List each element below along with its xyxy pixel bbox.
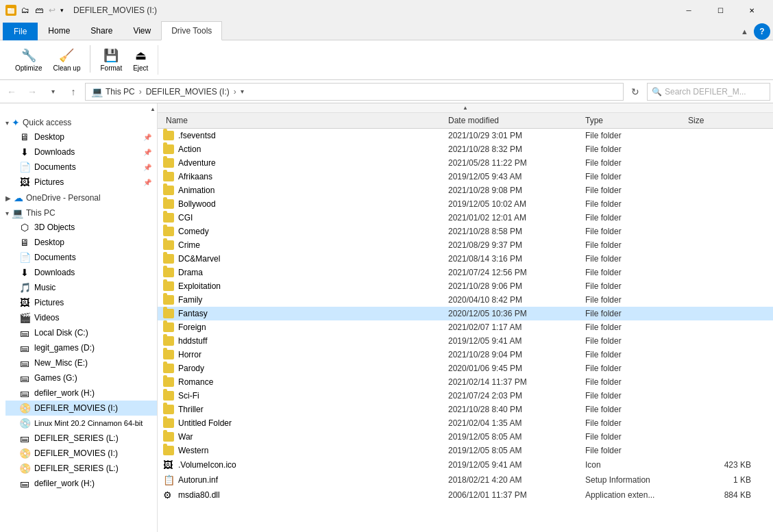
sidebar-header-quick-access[interactable]: ▾ ✦ Quick access [0,114,157,129]
sidebar-item-defiler-movies-i[interactable]: 📀 DEFILER_MOVIES (I:) [5,401,157,416]
table-row[interactable]: Untitled Folder 2021/02/04 1:35 AM File … [158,416,773,430]
refresh-button[interactable]: ↻ [626,83,644,101]
sidebar-item-music[interactable]: 🎵 Music [5,280,157,295]
sidebar-item-linux-mint[interactable]: 💿 Linux Mint 20.2 Cinnamon 64-bit [5,416,157,431]
app-icon [5,5,16,16]
sidebar-item-downloads-pc[interactable]: ⬇ Downloads [5,265,157,280]
minimize-button[interactable]: ─ [673,0,704,21]
qat-properties-btn[interactable]: 🗂 [19,4,32,16]
sidebar-item-desktop-pc[interactable]: 🖥 Desktop [5,235,157,250]
address-dropdown-arrow[interactable]: ▾ [241,88,244,95]
ribbon-eject-btn[interactable]: ⏏ Eject [129,45,152,75]
sidebar-item-desktop-quick[interactable]: 🖥 Desktop 📌 [5,129,157,144]
ribbon-collapse-btn[interactable]: ▲ [738,26,751,37]
table-row[interactable]: Horror 2021/10/28 9:04 PM File folder [158,348,773,362]
inf-file-icon: 📋 [163,474,174,485]
recent-locations-button[interactable]: ▾ [44,83,62,101]
folder-icon [163,144,174,154]
table-row[interactable]: Afrikaans 2019/12/05 9:43 AM File folder [158,170,773,183]
sidebar-item-3dobjects[interactable]: ⬡ 3D Objects [5,220,157,235]
sidebar-item-defiler-series-l[interactable]: 🖴 DEFILER_SERIES (L:) [5,431,157,446]
sidebar-item-legit-games-d[interactable]: 🖴 legit_games (D:) [5,340,157,355]
table-row[interactable]: Fantasy 2020/12/05 10:36 PM File folder [158,307,773,320]
sidebar-item-local-disk-c[interactable]: 🖴 Local Disk (C:) [5,325,157,340]
back-button[interactable]: ← [3,83,21,101]
table-row[interactable]: 📋 Autorun.inf 2018/02/21 4:20 AM Setup I… [158,472,773,487]
table-row[interactable]: Adventure 2021/05/28 11:22 PM File folde… [158,156,773,170]
sidebar-header-this-pc[interactable]: ▾ 💻 This PC [0,205,157,220]
help-button[interactable]: ? [754,23,770,40]
format-icon: 💾 [103,48,119,63]
column-header-type[interactable]: Type [585,113,688,128]
column-header-date[interactable]: Date modified [448,113,585,128]
tab-view[interactable]: View [123,21,161,40]
file-date: 2021/10/28 8:40 PM [448,405,585,414]
sidebar-item-defiler-work-h2[interactable]: 🖴 defiler_work (H:) [5,476,157,491]
file-type: File folder [585,322,688,332]
ribbon-optimize-btn[interactable]: 🔧 Optimize [11,45,46,75]
breadcrumb-sep-2: › [234,87,236,97]
ribbon-format-btn[interactable]: 💾 Format [96,45,126,75]
table-row[interactable]: Sci-Fi 2021/07/24 2:03 PM File folder [158,389,773,403]
table-row[interactable]: Western 2019/12/05 8:05 AM File folder [158,444,773,457]
disk-d-icon: 🖴 [19,342,30,353]
file-list[interactable]: .fseventsd 2021/10/29 3:01 PM File folde… [158,129,773,532]
table-row[interactable]: Parody 2020/01/06 9:45 PM File folder [158,362,773,375]
table-row[interactable]: Crime 2021/08/29 9:37 PM File folder [158,238,773,252]
tab-drive-tools[interactable]: Drive Tools [161,21,222,40]
table-row[interactable]: Animation 2021/10/28 9:08 PM File folder [158,183,773,197]
table-row[interactable]: Foreign 2021/02/07 1:17 AM File folder [158,320,773,334]
sidebar-item-pictures-quick[interactable]: 🖼 Pictures 📌 [5,175,157,190]
search-box[interactable]: 🔍 Search DEFILER_M... [647,83,770,101]
table-row[interactable]: War 2019/12/05 8:05 AM File folder [158,430,773,444]
sidebar-item-videos[interactable]: 🎬 Videos [5,310,157,325]
qat-undo-btn[interactable]: ↩ [47,4,58,16]
table-row[interactable]: DC&Marvel 2021/08/14 3:16 PM File folder [158,252,773,266]
dll-file-icon: ⚙ [163,490,174,501]
table-row[interactable]: CGI 2021/01/02 12:01 AM File folder [158,211,773,225]
column-header-name[interactable]: Name [160,113,448,128]
sidebar-item-defiler-work-h[interactable]: 🖴 defiler_work (H:) [5,385,157,401]
table-row[interactable]: Exploitation 2021/10/28 9:06 PM File fol… [158,279,773,293]
table-row[interactable]: Bollywood 2019/12/05 10:02 AM File folde… [158,197,773,211]
file-name-text: Fantasy [178,309,208,318]
column-header-size[interactable]: Size [688,113,757,128]
close-button[interactable]: ✕ [736,0,768,21]
table-row[interactable]: Comedy 2021/10/28 8:58 PM File folder [158,225,773,238]
file-list-scroll-up-indicator[interactable]: ▲ [158,103,773,113]
sidebar-item-defiler-series-l2[interactable]: 📀 DEFILER_SERIES (L:) [5,461,157,476]
qat-dropdown-btn[interactable]: ▾ [59,5,65,15]
tab-share[interactable]: Share [80,21,123,40]
sidebar-item-pictures-pc[interactable]: 🖼 Pictures [5,295,157,310]
sidebar-item-documents-quick[interactable]: 📄 Documents 📌 [5,160,157,175]
sidebar-item-defiler-movies-i2[interactable]: 📀 DEFILER_MOVIES (I:) [5,446,157,461]
breadcrumb-drive[interactable]: DEFILER_MOVIES (I:) [146,87,230,97]
sidebar-disk-l2-label: DEFILER_SERIES (L:) [34,464,151,473]
breadcrumb-this-pc[interactable]: This PC [106,87,135,97]
sidebar-item-games-g[interactable]: 🖴 Games (G:) [5,370,157,385]
file-type: File folder [585,336,688,346]
qat-newwindow-btn[interactable]: 🗃 [33,4,45,16]
sidebar-header-onedrive[interactable]: ▶ ☁ OneDrive - Personal [0,190,157,205]
table-row[interactable]: 🖼 .VolumeIcon.ico 2019/12/05 9:41 AM Ico… [158,457,773,472]
table-row[interactable]: ⚙ msdia80.dll 2006/12/01 11:37 PM Applic… [158,487,773,503]
table-row[interactable]: Romance 2021/02/14 11:37 PM File folder [158,375,773,389]
table-row[interactable]: Action 2021/10/28 8:32 PM File folder [158,142,773,156]
table-row[interactable]: .fseventsd 2021/10/29 3:01 PM File folde… [158,129,773,142]
table-row[interactable]: hddstuff 2019/12/05 9:41 AM File folder [158,334,773,348]
up-button[interactable]: ↑ [64,83,82,101]
sidebar-item-downloads-quick[interactable]: ⬇ Downloads 📌 [5,144,157,160]
sidebar-item-documents-pc[interactable]: 📄 Documents [5,250,157,265]
forward-button[interactable]: → [23,83,41,101]
table-row[interactable]: Thriller 2021/10/28 8:40 PM File folder [158,403,773,416]
table-row[interactable]: Drama 2021/07/24 12:56 PM File folder [158,266,773,279]
address-bar[interactable]: 💻 This PC › DEFILER_MOVIES (I:) › ▾ [85,83,624,101]
folder-icon [163,309,174,318]
maximize-button[interactable]: ☐ [704,0,736,21]
tab-home[interactable]: Home [38,21,80,40]
sidebar-item-new-misc-e[interactable]: 🖴 New_Misc (E:) [5,355,157,370]
ribbon-cleanup-btn[interactable]: 🧹 Clean up [49,45,84,75]
tab-file[interactable]: File [3,23,38,40]
table-row[interactable]: Family 2020/04/10 8:42 PM File folder [158,293,773,307]
sidebar-scroll-up[interactable]: ▲ [0,103,157,114]
